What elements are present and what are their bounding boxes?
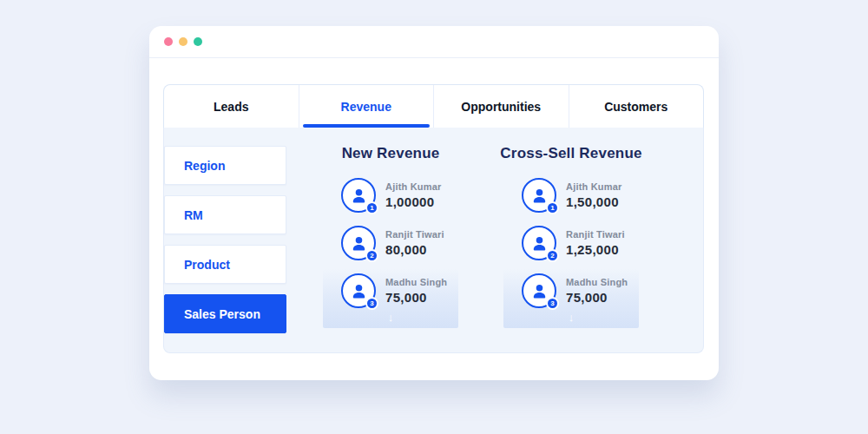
list-item: 2 Ranjit Tiwari 80,000 <box>341 226 444 260</box>
scroll-down-icon[interactable]: ↓ <box>569 311 575 324</box>
list-item: 3 Madhu Singh 75,000 <box>341 273 447 308</box>
person-name: Ajith Kumar <box>566 181 622 192</box>
person-name: Madhu Singh <box>385 277 447 287</box>
rank-badge: 1 <box>365 201 378 214</box>
sidebar-item-region[interactable]: Region <box>164 146 286 185</box>
new-revenue-title: New Revenue <box>342 145 440 162</box>
person-value: 1,25,000 <box>566 242 625 257</box>
avatar: 2 <box>341 226 376 260</box>
main-tabs: Leads Revenue Opportunities Customers <box>163 84 704 128</box>
window-titlebar <box>149 26 719 58</box>
minimize-window-icon[interactable] <box>179 37 187 46</box>
cross-sell-revenue-title: Cross-Sell Revenue <box>500 145 641 162</box>
app-window: Leads Revenue Opportunities Customers Re… <box>149 26 719 380</box>
person-value: 1,50,000 <box>566 194 622 209</box>
avatar: 3 <box>341 273 376 308</box>
rank-badge: 3 <box>365 297 378 310</box>
avatar: 1 <box>341 178 376 213</box>
close-window-icon[interactable] <box>164 37 173 46</box>
tab-opportunities[interactable]: Opportunities <box>433 85 569 128</box>
list-item: 2 Ranjit Tiwari 1,25,000 <box>522 226 625 260</box>
rank-badge: 1 <box>546 201 559 214</box>
person-value: 1,00000 <box>385 194 442 209</box>
expand-window-icon[interactable] <box>194 37 202 46</box>
person-name: Ajith Kumar <box>385 181 442 192</box>
tab-leads[interactable]: Leads <box>164 85 299 128</box>
sidebar-item-sales-person[interactable]: Sales Person <box>164 294 286 333</box>
rank-badge: 2 <box>365 249 378 262</box>
cross-sell-revenue-column: Cross-Sell Revenue ↓ 1 Ajith Kumar 1,50,… <box>503 128 639 352</box>
new-revenue-column: New Revenue ↓ 1 Ajith Kumar 1,00000 <box>323 128 458 352</box>
content-panel: Region RM Product Sales Person New Reven… <box>163 128 704 353</box>
avatar: 1 <box>522 178 556 213</box>
avatar: 2 <box>522 226 556 260</box>
person-value: 80,000 <box>385 242 444 257</box>
tab-revenue[interactable]: Revenue <box>299 85 434 128</box>
list-item: 1 Ajith Kumar 1,50,000 <box>522 178 622 213</box>
list-item: 3 Madhu Singh 75,000 <box>522 273 628 308</box>
person-value: 75,000 <box>385 290 447 305</box>
list-item: 1 Ajith Kumar 1,00000 <box>341 178 442 213</box>
tab-customers[interactable]: Customers <box>569 85 704 128</box>
person-value: 75,000 <box>566 290 628 305</box>
sidebar-item-product[interactable]: Product <box>164 245 286 284</box>
rank-badge: 3 <box>546 297 559 310</box>
person-name: Madhu Singh <box>566 277 628 287</box>
person-name: Ranjit Tiwari <box>566 229 625 240</box>
rank-badge: 2 <box>546 249 559 262</box>
avatar: 3 <box>522 273 556 308</box>
filter-sidebar: Region RM Product Sales Person <box>164 146 286 344</box>
sidebar-item-rm[interactable]: RM <box>164 195 286 234</box>
scroll-down-icon[interactable]: ↓ <box>388 311 394 324</box>
person-name: Ranjit Tiwari <box>385 229 444 240</box>
